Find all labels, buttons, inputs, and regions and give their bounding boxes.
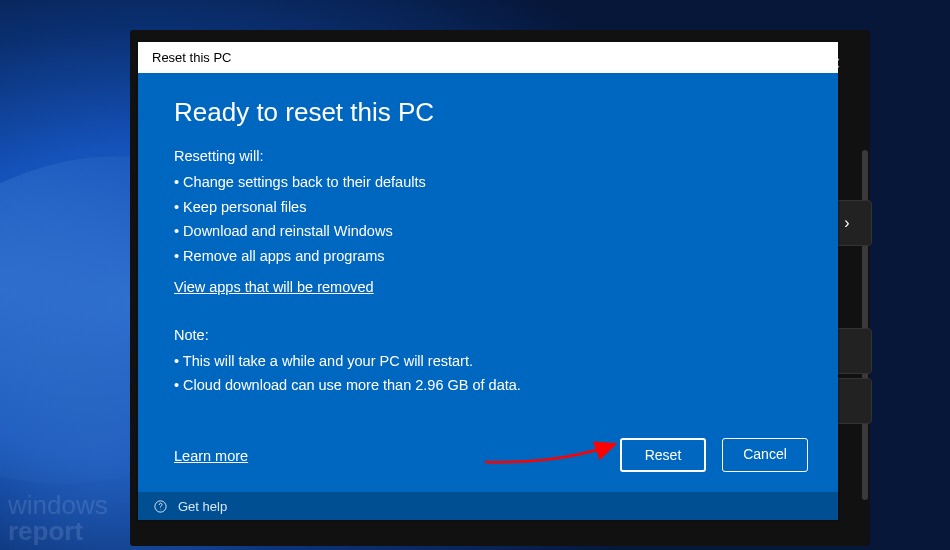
list-item: This will take a while and your PC will …: [174, 349, 802, 374]
chevron-right-icon: ›: [844, 214, 849, 232]
dialog-title: Reset this PC: [152, 50, 231, 65]
svg-point-1: [160, 508, 161, 509]
dialog-titlebar: Reset this PC: [138, 42, 838, 73]
list-item: Download and reinstall Windows: [174, 219, 802, 244]
list-item: Remove all apps and programs: [174, 244, 802, 269]
reset-dialog: Reset this PC Ready to reset this PC Res…: [138, 42, 838, 520]
cancel-button[interactable]: Cancel: [722, 438, 808, 472]
list-item: Change settings back to their defaults: [174, 170, 802, 195]
learn-more-link[interactable]: Learn more: [174, 448, 248, 464]
dialog-footer: Get help: [138, 492, 838, 520]
get-help-link[interactable]: Get help: [178, 499, 227, 514]
reset-button[interactable]: Reset: [620, 438, 706, 472]
watermark-text: windows report: [8, 492, 108, 544]
page-heading: Ready to reset this PC: [174, 97, 802, 128]
view-apps-link[interactable]: View apps that will be removed: [174, 279, 374, 295]
help-icon: [152, 498, 168, 514]
note-label: Note:: [174, 327, 802, 343]
list-item: Cloud download can use more than 2.96 GB…: [174, 373, 802, 398]
list-item: Keep personal files: [174, 195, 802, 220]
resetting-will-label: Resetting will:: [174, 148, 802, 164]
note-list: This will take a while and your PC will …: [174, 349, 802, 398]
resetting-will-list: Change settings back to their defaults K…: [174, 170, 802, 269]
